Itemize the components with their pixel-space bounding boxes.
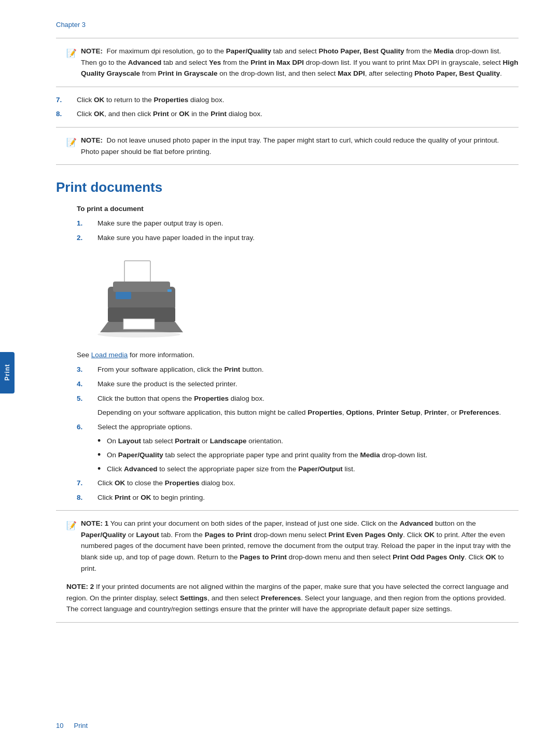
- step-6-num: 6.: [77, 421, 97, 433]
- divider-4: [56, 164, 519, 165]
- divider-3: [56, 127, 519, 128]
- svg-point-8: [97, 331, 180, 338]
- step-3-num: 3.: [77, 364, 97, 375]
- step-5-detail-spacer: [77, 407, 97, 418]
- chapter-label: Chapter 3: [56, 21, 519, 29]
- step-2: 2. Make sure you have paper loaded in th…: [77, 232, 519, 244]
- step-3-text: From your software application, click th…: [97, 364, 519, 375]
- bullet-layout-text: On Layout tab select Portrait or Landsca…: [107, 435, 283, 447]
- step-4-num: 4.: [77, 378, 97, 390]
- step-8-num: 8.: [56, 108, 77, 120]
- steps-1-2-list: 1. Make sure the paper output tray is op…: [77, 218, 519, 243]
- step-5-detail-text: Depending on your software application, …: [97, 407, 519, 418]
- note2-bottom: NOTE: 2 If your printed documents are no…: [56, 581, 519, 615]
- bullet-layout: • On Layout tab select Portrait or Lands…: [97, 435, 519, 447]
- footer-page-num: 10: [56, 722, 63, 729]
- step-8b: 8. Click Print or OK to begin printing.: [77, 492, 519, 503]
- step-4: 4. Make sure the product is the selected…: [77, 378, 519, 390]
- svg-rect-6: [123, 319, 155, 329]
- printer-illustration: [87, 256, 191, 339]
- bullet-dot-2: •: [97, 449, 107, 461]
- step-5-num: 5.: [77, 393, 97, 404]
- step-4-text: Make sure the product is the selected pr…: [97, 378, 519, 390]
- top-note-text: NOTE: For maximum dpi resolution, go to …: [81, 46, 519, 79]
- step-1-text: Make sure the paper output tray is open.: [97, 218, 519, 229]
- step-8-text: Click OK, and then click Print or OK in …: [77, 108, 519, 120]
- side-tab-label: Print: [4, 364, 11, 381]
- step-5-text: Click the button that opens the Properti…: [97, 393, 519, 404]
- step-7-num: 7.: [56, 94, 77, 106]
- step-1-num: 1.: [77, 218, 97, 229]
- step-8b-num: 8.: [77, 492, 97, 503]
- step-2-text: Make sure you have paper loaded in the i…: [97, 232, 519, 244]
- divider-top: [56, 38, 519, 38]
- step-1: 1. Make sure the paper output tray is op…: [77, 218, 519, 229]
- note-icon-2: 📝: [66, 136, 77, 149]
- side-tab: Print: [0, 352, 15, 393]
- printer-svg: [87, 256, 191, 339]
- bullet-paperquality-text: On Paper/Quality tab select the appropri…: [107, 449, 427, 461]
- step-6-bullets: • On Layout tab select Portrait or Lands…: [97, 435, 519, 474]
- note-paper-curl-text: NOTE: Do not leave unused photo paper in…: [81, 135, 519, 157]
- step-7b-text: Click OK to close the Properties dialog …: [97, 477, 519, 489]
- sub-heading: To print a document: [77, 205, 519, 213]
- top-note-block: 📝 NOTE: For maximum dpi resolution, go t…: [66, 46, 519, 79]
- bullet-advanced-text: Click Advanced to select the appropriate…: [107, 463, 355, 475]
- svg-rect-7: [167, 289, 172, 292]
- step-7-text: Click OK to return to the Properties dia…: [77, 94, 519, 106]
- divider-bottom: [56, 622, 519, 623]
- steps-7-8-print: 7. Click OK to close the Properties dial…: [77, 477, 519, 503]
- note1-text: NOTE: 1 You can print your document on b…: [81, 518, 519, 574]
- step-7b: 7. Click OK to close the Properties dial…: [77, 477, 519, 489]
- step-8b-text: Click Print or OK to begin printing.: [97, 492, 519, 503]
- bullet-dot-1: •: [97, 435, 107, 447]
- step-6-text: Select the appropriate options.: [97, 421, 519, 433]
- see-load-media-line: See Load media for more information.: [77, 351, 519, 359]
- step-7b-num: 7.: [77, 477, 97, 489]
- step-5-detail: Depending on your software application, …: [77, 407, 519, 418]
- steps-7-8-list: 7. Click OK to return to the Properties …: [56, 94, 519, 120]
- bullet-dot-3: •: [97, 463, 107, 475]
- step-5: 5. Click the button that opens the Prope…: [77, 393, 519, 404]
- divider-2: [56, 87, 519, 87]
- bullet-paperquality: • On Paper/Quality tab select the approp…: [97, 449, 519, 461]
- note1-block-inner: 📝 NOTE: 1 You can print your document on…: [66, 518, 519, 574]
- note2-text: NOTE: 2 If your printed documents are no…: [66, 581, 519, 615]
- step-6: 6. Select the appropriate options.: [77, 421, 519, 433]
- note1-icon: 📝: [66, 519, 77, 532]
- note-icon: 📝: [66, 47, 77, 60]
- footer: 10 Print: [56, 722, 88, 729]
- step-3: 3. From your software application, click…: [77, 364, 519, 375]
- steps-3-8-list: 3. From your software application, click…: [77, 364, 519, 432]
- step-2-num: 2.: [77, 232, 97, 244]
- bullet-advanced: • Click Advanced to select the appropria…: [97, 463, 519, 475]
- divider-5: [56, 510, 519, 511]
- step-8: 8. Click OK, and then click Print or OK …: [56, 108, 519, 120]
- footer-section: Print: [74, 722, 88, 729]
- load-media-link[interactable]: Load media: [91, 351, 128, 359]
- step-7: 7. Click OK to return to the Properties …: [56, 94, 519, 106]
- svg-rect-4: [116, 292, 131, 299]
- section-title: Print documents: [56, 179, 519, 195]
- svg-rect-2: [113, 282, 170, 292]
- note1-bottom: 📝 NOTE: 1 You can print your document on…: [56, 518, 519, 574]
- note-paper-curl: 📝 NOTE: Do not leave unused photo paper …: [66, 135, 519, 157]
